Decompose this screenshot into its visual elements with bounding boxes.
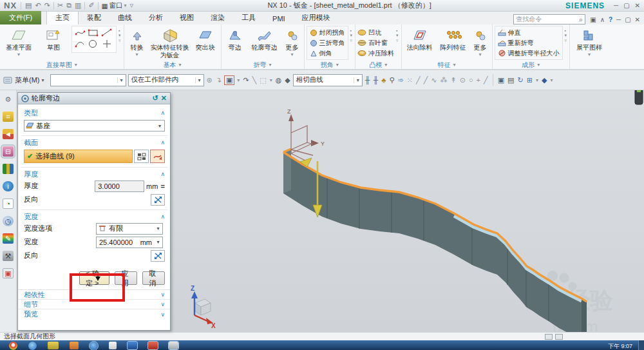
- spline-snap-icon[interactable]: ∿: [430, 76, 437, 84]
- doc-close-icon[interactable]: ✕: [635, 16, 640, 23]
- resize-bend-radius-button[interactable]: 调整折弯半径大小: [498, 48, 560, 58]
- group-label-corner[interactable]: 拐角▾: [307, 61, 354, 69]
- chamfer-button[interactable]: 倒角: [310, 48, 345, 58]
- direct-sketch-overflow[interactable]: ▪▾▿: [118, 26, 122, 46]
- thickness-input[interactable]: 3.0000: [95, 180, 144, 192]
- caret-down-icon[interactable]: ▾: [236, 77, 240, 83]
- pole-snap-icon[interactable]: ⁂: [440, 76, 448, 84]
- docked-navigator-handle[interactable]: [635, 90, 643, 104]
- section-section-header[interactable]: 截面 ∧: [24, 138, 165, 147]
- constraint-navigator-icon[interactable]: ◄: [3, 129, 14, 139]
- three-bend-corner-button[interactable]: 三折弯角: [310, 38, 345, 48]
- caret-down-icon[interactable]: ▾: [549, 77, 553, 83]
- tab-application[interactable]: 应用模块: [294, 12, 339, 24]
- refresh-icon[interactable]: ↻: [516, 76, 524, 84]
- general-object-icon[interactable]: ◍: [275, 76, 283, 84]
- width-section-header[interactable]: 宽度 ∧: [24, 212, 165, 221]
- feature-more-button[interactable]: 更多 ▾: [471, 26, 490, 57]
- taskbar-app-orange-icon[interactable]: [70, 342, 79, 349]
- cancel-button[interactable]: 取消: [142, 271, 165, 285]
- solid-to-sheetmetal-button[interactable]: 实体特征转换为钣金: [149, 26, 191, 59]
- arc-center-icon[interactable]: ↟: [450, 76, 457, 84]
- sketch-section-button[interactable]: [150, 150, 165, 163]
- type-combo[interactable]: 基座 ▾: [24, 120, 165, 131]
- tab-home[interactable]: 主页: [46, 11, 79, 24]
- type-section-header[interactable]: 类型 ∧: [24, 108, 165, 117]
- command-finder-input[interactable]: 查找命令 ⌕: [513, 14, 585, 24]
- circle-center-icon[interactable]: ⊙: [459, 76, 466, 84]
- preview-section-header[interactable]: 预览 ∨: [18, 309, 170, 319]
- selection-scope-combo[interactable]: 仅在工作部件内▾: [128, 74, 204, 86]
- punch-overflow[interactable]: ▪▾▿: [395, 26, 399, 46]
- group-label-basic[interactable]: 基本▾: [126, 61, 219, 69]
- paste-icon[interactable]: ▥: [75, 1, 81, 10]
- width-option-combo[interactable]: 有限 ▾: [96, 223, 163, 235]
- copy-icon[interactable]: ⧉: [66, 1, 71, 10]
- reuse-library-icon[interactable]: [3, 164, 14, 174]
- rebend-button[interactable]: 重新折弯: [498, 38, 560, 48]
- dialog-reset-button[interactable]: ↺: [153, 94, 158, 102]
- roles-gear-icon[interactable]: ⚙: [3, 94, 14, 104]
- flat-pattern-button[interactable]: 展平图样 ▾: [572, 26, 607, 57]
- corner-overflow[interactable]: ▪▾▿: [350, 26, 354, 46]
- curve-rule-combo[interactable]: 相切曲线▾: [293, 74, 363, 86]
- datum-plane-button[interactable]: 基准平面 ▾: [2, 26, 35, 57]
- tab-assembly[interactable]: 装配: [79, 12, 109, 24]
- fullscreen-icon[interactable]: ▣: [590, 16, 596, 23]
- contour-flange-button[interactable]: 轮廓弯边: [248, 26, 281, 52]
- process-studio-icon[interactable]: ⚒: [3, 251, 14, 261]
- follow-fillet-icon[interactable]: ♣: [381, 76, 386, 84]
- normal-cutout-button[interactable]: 法向除料: [404, 26, 436, 52]
- convert-button[interactable]: 转换 ▾: [126, 26, 148, 57]
- highlight-toggle-icon[interactable]: ⊛: [206, 76, 213, 84]
- solid-body-icon[interactable]: ◆: [284, 76, 290, 84]
- sketch-button[interactable]: 草图: [37, 26, 70, 52]
- width-input[interactable]: 25.400000 mm ▾: [96, 237, 163, 248]
- endpoint-icon[interactable]: ╱: [415, 76, 421, 84]
- cut-icon[interactable]: ✂: [57, 1, 63, 10]
- reverse-width-button[interactable]: [151, 250, 165, 262]
- unbend-button[interactable]: 伸直: [498, 28, 560, 37]
- dimple-button[interactable]: 凹坑: [357, 28, 394, 37]
- taskbar-notepad-icon[interactable]: [109, 342, 117, 349]
- enable-snap-icon[interactable]: ➾: [397, 76, 404, 84]
- tab-curve[interactable]: 曲线: [109, 12, 140, 24]
- pattern-feature-button[interactable]: 阵列特征: [437, 26, 469, 52]
- touch-panel-icon[interactable]: ▣: [3, 268, 14, 278]
- show-shortcuts-icon[interactable]: ▣: [497, 76, 505, 84]
- group-label-punch[interactable]: 凸模▾: [357, 61, 399, 69]
- dialog-close-button[interactable]: ✕: [161, 94, 167, 102]
- doc-restore-icon[interactable]: ▢: [625, 16, 630, 23]
- status-window-icon[interactable]: [555, 334, 563, 340]
- tab-render[interactable]: 渲染: [202, 12, 233, 24]
- curve-intent-icon[interactable]: ↷: [242, 76, 249, 84]
- tab-feature-button[interactable]: 突出块: [192, 26, 219, 52]
- curve-from-section-button[interactable]: [134, 150, 149, 163]
- group-label-form[interactable]: 成形▾: [495, 61, 568, 69]
- tab-tools[interactable]: 工具: [233, 12, 264, 24]
- taskbar-ie-icon[interactable]: [28, 342, 37, 350]
- group-label-direct-sketch[interactable]: 直接草图▾: [2, 61, 122, 69]
- point-snap-icon[interactable]: +: [476, 76, 481, 84]
- group-label-bend[interactable]: 折弯▾: [223, 61, 302, 69]
- save-icon[interactable]: ▤: [25, 1, 32, 10]
- orient-view-icon[interactable]: ◆: [541, 76, 547, 84]
- taskbar-chrome-icon[interactable]: [9, 342, 17, 350]
- tab-analysis[interactable]: 分析: [140, 12, 171, 24]
- thickness-section-header[interactable]: 厚度 ∧: [24, 170, 165, 179]
- rectangle-select-icon[interactable]: ⬚: [259, 76, 267, 84]
- part-navigator-icon[interactable]: ⊟: [3, 146, 14, 157]
- minimize-ribbon-icon[interactable]: ∧: [600, 16, 605, 23]
- taskbar-app-gray-icon[interactable]: [169, 342, 178, 349]
- web-page-icon[interactable]: ◔: [3, 199, 14, 209]
- top-selection-icon[interactable]: ▣: [224, 75, 234, 85]
- doc-minimize-icon[interactable]: ─: [616, 16, 621, 23]
- taskbar-active-app-icon[interactable]: [90, 342, 98, 350]
- show-desktop-button[interactable]: [638, 340, 644, 350]
- louver-button[interactable]: 百叶窗: [357, 38, 394, 48]
- help-icon[interactable]: ?: [609, 16, 612, 23]
- close-button[interactable]: ✕: [635, 2, 640, 9]
- taskbar-folder-icon[interactable]: [48, 342, 59, 349]
- window-cascade-icon[interactable]: ▤: [507, 76, 515, 84]
- sheet-metal-part[interactable]: [283, 149, 587, 332]
